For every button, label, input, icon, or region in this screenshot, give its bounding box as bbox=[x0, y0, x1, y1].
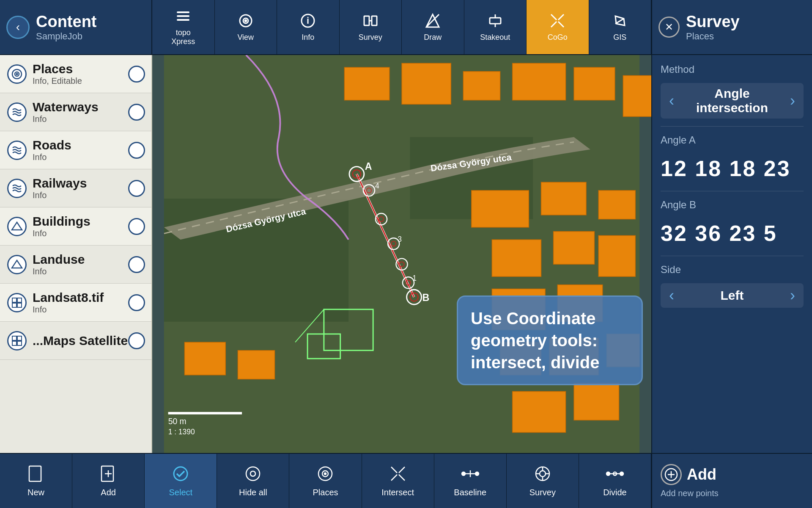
toolbar-item-draw[interactable]: Draw bbox=[402, 0, 464, 54]
gis-icon bbox=[612, 13, 628, 31]
stakeout-icon bbox=[487, 13, 503, 31]
hide-all-icon bbox=[244, 464, 262, 486]
bottom-item-add[interactable]: Add bbox=[72, 454, 145, 508]
railways-name: Railways bbox=[33, 176, 128, 190]
toolbar-item-view[interactable]: View bbox=[215, 0, 277, 54]
svg-line-99 bbox=[399, 475, 405, 480]
back-button[interactable]: ‹ bbox=[6, 16, 30, 39]
svg-text:A: A bbox=[365, 161, 372, 172]
angle-a-value: 12 18 18 23 bbox=[661, 154, 804, 183]
add-label[interactable]: Add bbox=[687, 466, 716, 483]
bottom-item-survey[interactable]: Survey bbox=[507, 454, 579, 508]
new-icon bbox=[27, 464, 45, 486]
landuse-layer-icon bbox=[6, 254, 27, 275]
sidebar-item-buildings[interactable]: Buildings Info bbox=[0, 207, 151, 246]
sidebar-item-landuse[interactable]: Landuse Info bbox=[0, 246, 151, 284]
roads-name: Roads bbox=[33, 138, 128, 152]
sidebar-item-landsat[interactable]: Landsat8.tif Info bbox=[0, 284, 151, 322]
divider-2 bbox=[661, 191, 804, 191]
svg-rect-57 bbox=[574, 383, 619, 420]
svg-rect-60 bbox=[238, 351, 274, 379]
map-area[interactable]: Dózsa György utca Dózsa György utca bbox=[152, 55, 651, 453]
svg-rect-8 bbox=[364, 16, 369, 25]
places-bottom-icon bbox=[316, 464, 335, 486]
bottom-item-divide[interactable]: Divide bbox=[579, 454, 651, 508]
method-next-button[interactable]: › bbox=[787, 92, 798, 110]
landsat-text: Landsat8.tif Info bbox=[27, 290, 128, 315]
sidebar-item-railways[interactable]: Railways Info bbox=[0, 169, 151, 207]
intersect-icon bbox=[389, 464, 407, 486]
method-nav: ‹ Angle intersection › bbox=[661, 83, 804, 119]
toolbar-title-group: Content SampleJob bbox=[36, 13, 97, 42]
sidebar-item-waterways[interactable]: Waterways Info bbox=[0, 93, 151, 131]
bottom-item-hide-all[interactable]: Hide all bbox=[217, 454, 289, 508]
side-prev-button[interactable]: ‹ bbox=[666, 287, 678, 304]
svg-marker-24 bbox=[12, 222, 22, 230]
maps-radio[interactable] bbox=[128, 332, 145, 349]
svg-rect-59 bbox=[184, 342, 225, 375]
angle-a-label: Angle A bbox=[661, 134, 804, 146]
add-point-icon bbox=[661, 464, 682, 485]
waterways-radio[interactable] bbox=[128, 104, 145, 121]
bottom-item-select[interactable]: Select bbox=[145, 454, 217, 508]
survey-close-button[interactable]: ✕ bbox=[658, 17, 680, 38]
toolbar-item-stakeout[interactable]: Stakeout bbox=[464, 0, 527, 54]
svg-rect-85 bbox=[168, 412, 242, 414]
toolbar-item-gis[interactable]: GIS bbox=[589, 0, 652, 54]
baseline-icon bbox=[461, 464, 480, 486]
landuse-sub: Info bbox=[33, 267, 128, 276]
svg-marker-25 bbox=[12, 260, 22, 268]
side-next-button[interactable]: › bbox=[787, 287, 798, 304]
svg-rect-49 bbox=[492, 240, 541, 276]
map-tooltip: Use Coordinate geometry tools: intersect… bbox=[457, 295, 643, 385]
railways-radio[interactable] bbox=[128, 180, 145, 197]
landuse-radio[interactable] bbox=[128, 256, 145, 273]
svg-rect-33 bbox=[17, 341, 22, 345]
roads-sub: Info bbox=[33, 152, 128, 162]
toolbar-label-stakeout: Stakeout bbox=[480, 33, 510, 42]
sidebar-item-maps[interactable]: ...Maps Satellite bbox=[0, 322, 151, 360]
svg-rect-50 bbox=[554, 232, 595, 265]
svg-text:3: 3 bbox=[398, 235, 402, 243]
toolbar-item-survey[interactable]: Survey bbox=[340, 0, 402, 54]
svg-line-98 bbox=[391, 467, 397, 473]
survey-title: Survey bbox=[686, 13, 740, 31]
svg-rect-9 bbox=[372, 16, 377, 25]
toolbar-left: ‹ Content SampleJob bbox=[0, 0, 152, 54]
sidebar-item-roads[interactable]: Roads Info bbox=[0, 131, 151, 169]
landsat-radio[interactable] bbox=[128, 294, 145, 311]
places-name: Places bbox=[33, 62, 128, 76]
svg-line-17 bbox=[558, 22, 564, 27]
toolbar-label-topo: topo Xpress bbox=[171, 28, 195, 46]
toolbar-title: Content bbox=[36, 13, 97, 31]
toolbar-item-topo[interactable]: topo Xpress bbox=[152, 0, 215, 54]
svg-rect-42 bbox=[463, 72, 500, 100]
svg-point-23 bbox=[16, 73, 18, 75]
bottom-item-baseline[interactable]: Baseline bbox=[434, 454, 507, 508]
svg-line-18 bbox=[558, 14, 564, 20]
method-prev-button[interactable]: ‹ bbox=[666, 92, 678, 110]
buildings-radio[interactable] bbox=[128, 218, 145, 235]
svg-rect-29 bbox=[17, 303, 22, 307]
landuse-name: Landuse bbox=[33, 252, 128, 267]
svg-point-5 bbox=[245, 20, 247, 22]
svg-rect-28 bbox=[12, 303, 16, 307]
bottom-item-new[interactable]: New bbox=[0, 454, 72, 508]
bottom-item-places[interactable]: Places bbox=[289, 454, 362, 508]
bottom-item-intersect[interactable]: Intersect bbox=[362, 454, 434, 508]
bottom-label-places: Places bbox=[313, 488, 338, 497]
toolbar-item-cogo[interactable]: CoGo bbox=[527, 0, 589, 54]
toolbar-label-draw: Draw bbox=[424, 33, 442, 42]
svg-line-16 bbox=[551, 14, 557, 20]
svg-text:4: 4 bbox=[375, 182, 379, 190]
roads-radio[interactable] bbox=[128, 142, 145, 159]
svg-point-103 bbox=[462, 472, 465, 475]
svg-rect-2 bbox=[177, 19, 189, 21]
toolbar-item-info[interactable]: i Info bbox=[277, 0, 340, 54]
buildings-text: Buildings Info bbox=[27, 214, 128, 238]
add-btn-row: Add bbox=[661, 464, 716, 485]
angle-b-value: 32 36 23 5 bbox=[661, 218, 804, 248]
places-radio[interactable] bbox=[128, 66, 145, 83]
sidebar-item-places[interactable]: Places Info, Editable bbox=[0, 55, 151, 93]
info-icon: i bbox=[300, 13, 316, 31]
